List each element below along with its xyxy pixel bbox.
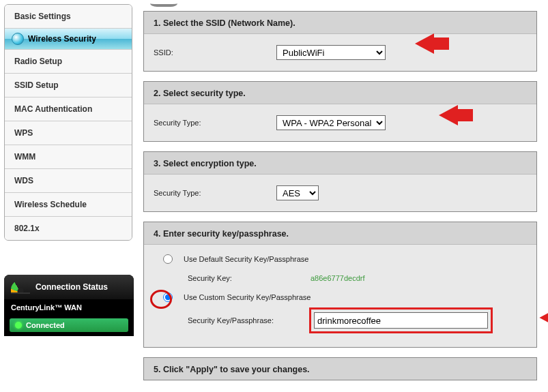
section-ssid: 1. Select the SSID (Network Name). SSID:…	[143, 11, 537, 72]
default-key-radio[interactable]	[163, 254, 173, 264]
sidebar-item-wps[interactable]: WPS	[5, 121, 132, 145]
section-1-header: 1. Select the SSID (Network Name).	[144, 12, 536, 33]
sidebar-item-wmm[interactable]: WMM	[5, 145, 132, 169]
passphrase-highlight	[309, 307, 493, 333]
sidebar-item-8021x[interactable]: 802.1x	[5, 217, 132, 240]
default-key-label: Use Default Security Key/Passphrase	[184, 255, 308, 263]
sidebar-item-basic[interactable]: Basic Settings	[5, 5, 132, 29]
sidebar-nav: Basic Settings Wireless Security Radio S…	[4, 4, 132, 241]
passphrase-input[interactable]	[314, 312, 488, 329]
connection-status-box: Connection Status CenturyLink™ WAN Conne…	[4, 275, 134, 336]
annotation-arrow-icon	[439, 105, 458, 125]
sidebar-item-label: Wireless Security	[28, 34, 96, 44]
section-3-header: 3. Select encryption type.	[144, 152, 536, 174]
encryption-type-label: Security Type:	[154, 189, 276, 197]
globe-icon	[12, 33, 24, 45]
section-passphrase: 4. Enter security key/passphrase. Use De…	[143, 222, 537, 348]
section-2-header: 2. Select security type.	[144, 82, 536, 104]
status-title: Connection Status	[35, 282, 108, 292]
sidebar-item-wireless-security[interactable]: Wireless Security	[5, 29, 132, 50]
header-logo-fragment	[150, 0, 177, 7]
custom-key-label: Use Custom Security Key/Passphrase	[184, 293, 311, 301]
section-4-header: 4. Enter security key/passphrase.	[144, 222, 536, 244]
encryption-select[interactable]: AES	[276, 185, 319, 200]
sec-key-label: Security Key:	[188, 274, 297, 282]
annotation-arrow-icon	[415, 33, 434, 54]
passphrase-label: Security Key/Passphrase:	[188, 316, 297, 325]
ssid-select[interactable]: PublicWiFi	[276, 45, 386, 60]
default-key-value: a86e6777decdrf	[297, 274, 365, 282]
sidebar-item-wds[interactable]: WDS	[5, 169, 132, 193]
sidebar-item-radio[interactable]: Radio Setup	[5, 50, 132, 74]
sidebar-item-mac[interactable]: MAC Authentication	[5, 97, 132, 121]
security-type-label: Security Type:	[154, 119, 276, 127]
section-5-header: 5. Click "Apply" to save your changes.	[144, 358, 536, 380]
sidebar-item-ssid[interactable]: SSID Setup	[5, 74, 132, 97]
gauge-icon	[11, 280, 30, 294]
annotation-arrow-icon	[539, 303, 548, 332]
sidebar-item-schedule[interactable]: Wireless Schedule	[5, 193, 132, 217]
ssid-label: SSID:	[154, 48, 276, 57]
status-state-text: Connected	[26, 321, 65, 329]
section-encryption: 3. Select encryption type. Security Type…	[143, 151, 537, 212]
annotation-circle-icon	[150, 290, 172, 309]
status-dot-icon	[15, 322, 22, 329]
security-type-select[interactable]: WPA - WPA2 Personal	[276, 115, 386, 130]
section-apply: 5. Click "Apply" to save your changes.	[143, 357, 537, 380]
connection-state: Connected	[10, 318, 128, 332]
section-security-type: 2. Select security type. Security Type: …	[143, 81, 537, 142]
wan-label: CenturyLink™ WAN	[4, 299, 134, 316]
